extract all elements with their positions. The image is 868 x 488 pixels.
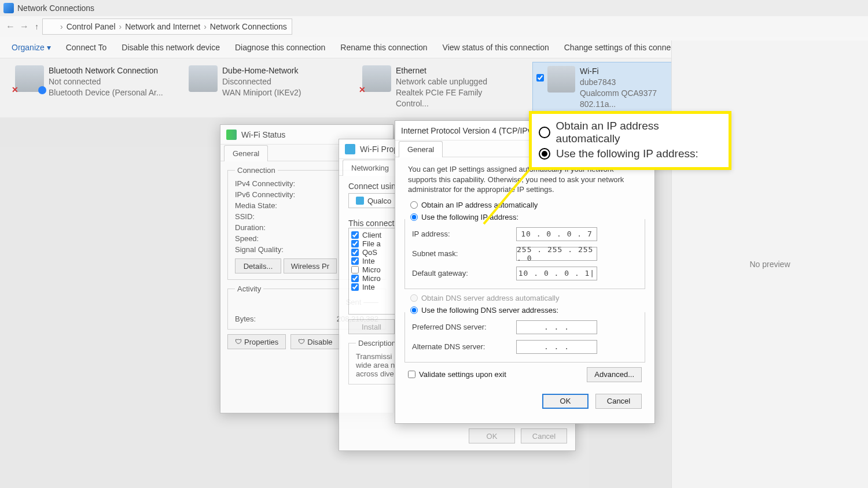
- conn-device: WAN Miniport (IKEv2): [222, 87, 301, 98]
- breadcrumb-1[interactable]: Network and Internet: [125, 22, 200, 31]
- conn-device: Bluetooth Device (Personal Ar...: [49, 87, 163, 98]
- ssid-label: SSID:: [235, 212, 310, 221]
- component-checkbox[interactable]: [351, 283, 359, 291]
- connection-item-ethernet[interactable]: Ethernet Network cable unplugged Realtek…: [359, 62, 521, 114]
- view-status-button[interactable]: View status of this connection: [443, 43, 549, 52]
- callout-line1: Obtain an IP address automatically: [556, 120, 722, 145]
- radio-label: Obtain an IP address automatically: [421, 201, 538, 209]
- media-label: Media State:: [235, 201, 310, 210]
- group-label: Connection: [235, 166, 278, 175]
- component-label: File a: [362, 239, 381, 248]
- window-titlebar: Network Connections: [0, 0, 868, 16]
- radio-icon: [539, 127, 550, 138]
- dialog-title: Internet Protocol Version 4 (TCP/IPv4: [401, 126, 536, 135]
- radio-label: Obtain DNS server address automatically: [421, 294, 559, 302]
- details-button[interactable]: Details...: [235, 258, 281, 273]
- cancel-button[interactable]: Cancel: [595, 394, 642, 409]
- component-checkbox[interactable]: [351, 257, 359, 265]
- component-label: QoS: [362, 248, 377, 257]
- ipv6-label: IPv6 Connectivity:: [235, 190, 310, 199]
- connection-item-bluetooth[interactable]: Bluetooth Network Connection Not connect…: [12, 62, 174, 114]
- radio-selected-icon: [539, 148, 550, 160]
- back-arrow-icon[interactable]: ←: [3, 21, 17, 32]
- tab-networking[interactable]: Networking: [343, 160, 398, 176]
- preview-empty-text: No preview: [749, 260, 790, 269]
- component-checkbox[interactable]: [351, 275, 359, 282]
- tab-general[interactable]: General: [399, 141, 443, 157]
- component-checkbox[interactable]: [351, 249, 359, 256]
- adapter-icon: [189, 65, 218, 92]
- radio-auto-ip[interactable]: Obtain an IP address automatically: [410, 201, 639, 209]
- window-title: Network Connections: [17, 3, 94, 13]
- ip-address-label: IP address:: [412, 230, 516, 238]
- bytes-label: Bytes:: [235, 315, 310, 323]
- adapter-icon: [362, 65, 391, 92]
- group-label: Activity: [235, 284, 263, 293]
- tab-general[interactable]: General: [224, 145, 268, 161]
- validate-checkbox[interactable]: Validate settings upon exit: [408, 370, 506, 379]
- dialog-title: Wi-Fi Status: [241, 130, 285, 139]
- change-settings-button[interactable]: Change settings of this connection: [564, 43, 688, 52]
- forward-arrow-icon[interactable]: →: [17, 21, 31, 32]
- component-label: Client: [362, 231, 381, 239]
- signal-label: Signal Quality:: [235, 245, 310, 254]
- component-checkbox[interactable]: [351, 240, 359, 247]
- conn-status: Network cable unplugged: [396, 76, 517, 87]
- radio-label: Use the following DNS server addresses:: [421, 306, 558, 315]
- component-label: Inte: [362, 283, 375, 291]
- wireless-properties-button[interactable]: Wireless Pr: [284, 258, 337, 273]
- alternate-dns-label: Alternate DNS server:: [412, 342, 516, 351]
- address-bar[interactable]: › Control Panel › Network and Internet ›…: [42, 19, 292, 35]
- connection-item-wifi[interactable]: Wi-Fi dube7843 Qualcomm QCA9377 802.11a.…: [532, 62, 694, 114]
- ipv4-label: IPv4 Connectivity:: [235, 179, 310, 188]
- conn-status: Not connected: [49, 76, 163, 87]
- network-connections-icon: [3, 3, 14, 13]
- preview-pane: No preview: [671, 40, 868, 488]
- dur-label: Duration:: [235, 223, 310, 232]
- ok-button[interactable]: OK: [542, 394, 589, 409]
- adapter-icon: [15, 65, 44, 92]
- organize-menu[interactable]: Organize ▾: [12, 43, 51, 52]
- connection-item-vpn[interactable]: Dube-Home-Network Disconnected WAN Minip…: [185, 62, 347, 114]
- advanced-button[interactable]: Advanced...: [587, 367, 642, 382]
- preferred-dns-input[interactable]: . . .: [516, 320, 597, 334]
- connect-to-button[interactable]: Connect To: [66, 43, 107, 52]
- speed-label: Speed:: [235, 234, 310, 243]
- breadcrumb-0[interactable]: Control Panel: [67, 22, 116, 31]
- adapter-mini-icon: [356, 197, 364, 205]
- disable-button[interactable]: Disable: [290, 334, 340, 349]
- radio-label: Use the following IP address:: [421, 213, 518, 221]
- up-arrow-icon[interactable]: ↑: [35, 22, 39, 31]
- preferred-dns-label: Preferred DNS server:: [412, 323, 516, 331]
- subnet-mask-label: Subnet mask:: [412, 249, 516, 258]
- breadcrumb-sep: ›: [204, 22, 207, 31]
- component-label: Inte: [362, 257, 375, 265]
- ok-button[interactable]: OK: [469, 428, 515, 443]
- diagnose-connection-button[interactable]: Diagnose this connection: [235, 43, 325, 52]
- selection-checkbox[interactable]: [536, 74, 544, 82]
- breadcrumb-sep: ›: [119, 22, 122, 31]
- cancel-button[interactable]: Cancel: [521, 428, 567, 443]
- component-checkbox[interactable]: [351, 231, 359, 239]
- address-icon: [47, 22, 57, 31]
- gateway-label: Default gateway:: [412, 269, 516, 278]
- properties-button[interactable]: Properties: [227, 334, 286, 349]
- checkbox-label: Validate settings upon exit: [419, 370, 506, 379]
- alternate-dns-input[interactable]: . . .: [516, 340, 597, 354]
- conn-name: Ethernet: [396, 65, 517, 76]
- ip-address-input[interactable]: 10 . 0 . 0 . 7: [516, 227, 597, 241]
- callout-box: Obtain an IP address automatically Use t…: [529, 111, 731, 170]
- conn-device: Realtek PCIe FE Family Control...: [396, 87, 517, 109]
- breadcrumb-2[interactable]: Network Connections: [210, 22, 287, 31]
- conn-status: Disconnected: [222, 76, 301, 87]
- disable-device-button[interactable]: Disable this network device: [122, 43, 220, 52]
- callout-line2: Use the following IP address:: [556, 147, 698, 160]
- rename-connection-button[interactable]: Rename this connection: [340, 43, 427, 52]
- adapter-icon: [547, 66, 575, 93]
- component-label: Micro: [362, 265, 381, 274]
- component-checkbox[interactable]: [351, 266, 359, 273]
- install-button[interactable]: Install: [348, 319, 395, 334]
- gateway-input[interactable]: 10 . 0 . 0 . 1|: [516, 267, 597, 280]
- wifi-icon: [345, 144, 355, 154]
- subnet-mask-input[interactable]: 255 . 255 . 255 . 0: [516, 247, 597, 261]
